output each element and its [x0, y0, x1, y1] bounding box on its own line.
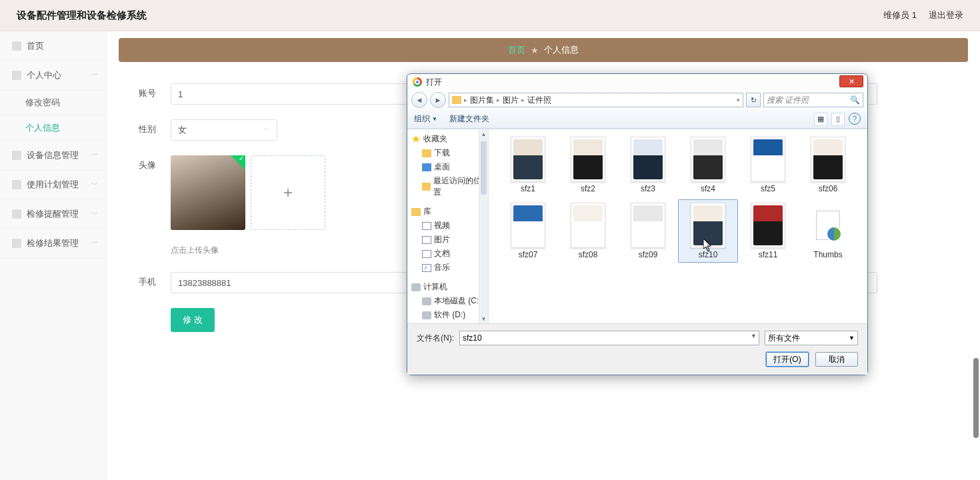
photo-thumbnail [691, 203, 725, 248]
nav-label: 首页 [27, 40, 44, 52]
file-item[interactable]: sfz10 [678, 199, 738, 263]
nav-maintain-result[interactable]: 检修结果管理 ﹀ [0, 229, 106, 258]
scroll-up-icon[interactable]: ▲ [479, 129, 488, 139]
scroll-thumb[interactable] [481, 141, 487, 195]
avatar-upload-button[interactable]: + [251, 155, 325, 230]
grid-icon: ▦ [817, 115, 824, 123]
tree-music[interactable]: 音乐 [409, 261, 487, 275]
nav-label: 使用计划管理 [27, 179, 79, 191]
tree-desktop[interactable]: 桌面 [409, 160, 487, 174]
refresh-button[interactable]: ↻ [746, 93, 761, 107]
folder-tree[interactable]: 收藏夹 下载 桌面 最近访问的位置 库 视频 图片 文档 音乐 计算机 本地磁盘… [407, 129, 489, 323]
cancel-button[interactable]: 取消 [815, 352, 858, 367]
tree-scrollbar[interactable]: ▲ ▼ [479, 129, 488, 323]
tree-library[interactable]: 库 [409, 205, 487, 219]
file-item[interactable]: sfz06 [798, 133, 858, 197]
tree-documents[interactable]: 文档 [409, 247, 487, 261]
help-button[interactable]: ? [849, 113, 861, 125]
dialog-titlebar[interactable]: 打开 ✕ [407, 74, 867, 90]
chevron-down-icon: ﹀ [91, 180, 98, 189]
photo-thumbnail [511, 137, 545, 182]
music-icon [422, 264, 431, 272]
library-icon [411, 208, 421, 216]
nav-maintain-remind[interactable]: 检修提醒管理 ﹀ [0, 199, 106, 229]
path-bar[interactable]: ▸ 图片集 ▸ 图片 ▸ 证件照 ▾ [449, 93, 743, 107]
logout-link[interactable]: 退出登录 [929, 9, 963, 21]
filetype-select[interactable]: 所有文件 ▼ [765, 331, 858, 345]
organize-menu[interactable]: 组织 ▼ [414, 113, 437, 125]
tree-pictures[interactable]: 图片 [409, 233, 487, 247]
open-button[interactable]: 打开(O) [766, 352, 809, 367]
arrow-left-icon: ◄ [416, 96, 423, 104]
dialog-toolbar: 组织 ▼ 新建文件夹 ▦ ▯ ? [407, 110, 867, 129]
view-mode-button[interactable]: ▦ [814, 113, 827, 126]
tree-downloads[interactable]: 下载 [409, 146, 487, 160]
new-folder-button[interactable]: 新建文件夹 [449, 113, 489, 125]
preview-pane-button[interactable]: ▯ [831, 113, 845, 126]
file-item[interactable]: sfz08 [558, 199, 618, 263]
gender-select[interactable]: 女 ﹀ [171, 119, 277, 141]
back-button[interactable]: ◄ [411, 92, 427, 108]
disk-icon [422, 297, 431, 305]
tree-recent[interactable]: 最近访问的位置 [409, 174, 487, 199]
breadcrumb-home[interactable]: 首页 [508, 44, 525, 56]
chevron-down-icon: ▼ [432, 116, 437, 122]
nav-label: 设备信息管理 [27, 149, 79, 161]
filename-input[interactable] [459, 331, 759, 345]
chevron-down-icon: ﹀ [91, 239, 98, 248]
file-item[interactable]: sfz11 [738, 199, 798, 263]
current-user[interactable]: 维修员 1 [883, 9, 917, 21]
page-scrollbar[interactable] [971, 31, 979, 480]
chevron-down-icon: ﹀ [91, 71, 98, 80]
search-input[interactable]: 搜索 证件照 🔍 [763, 93, 863, 107]
file-item[interactable]: sfz09 [618, 199, 678, 263]
dialog-body: 收藏夹 下载 桌面 最近访问的位置 库 视频 图片 文档 音乐 计算机 本地磁盘… [407, 129, 867, 323]
sidebar: 首页 个人中心 ﹀ 修改密码 个人信息 设备信息管理 ﹀ 使用计划管理 ﹀ 检修… [0, 31, 107, 480]
computer-icon [411, 283, 421, 291]
documents-icon [422, 250, 431, 258]
chevron-down-icon: ﹀ [91, 151, 98, 160]
search-icon: 🔍 [850, 95, 860, 105]
chevron-down-icon[interactable]: ▾ [737, 97, 740, 103]
account-label: 账号 [139, 83, 171, 99]
file-item[interactable]: sfz2 [558, 133, 618, 197]
photo-thumbnail [631, 203, 665, 248]
close-button[interactable]: ✕ [839, 75, 863, 87]
pictures-icon [422, 236, 431, 244]
tree-disk-d[interactable]: 软件 (D:) [409, 308, 487, 322]
nav-change-password[interactable]: 修改密码 [0, 90, 106, 115]
file-item[interactable]: sfz3 [618, 133, 678, 197]
dialog-footer: 文件名(N): ▼ 所有文件 ▼ 打开(O) 取消 [407, 323, 867, 375]
path-seg[interactable]: 图片集 [470, 95, 494, 106]
nav-label: 检修结果管理 [27, 237, 79, 249]
plus-icon: + [283, 183, 293, 202]
path-seg[interactable]: 证件照 [527, 95, 551, 106]
file-name: sfz08 [579, 250, 598, 259]
tree-computer[interactable]: 计算机 [409, 280, 487, 294]
chevron-down-icon[interactable]: ▼ [751, 333, 757, 339]
forward-button[interactable]: ► [430, 92, 446, 108]
nav-usage-plan[interactable]: 使用计划管理 ﹀ [0, 170, 106, 199]
file-item[interactable]: sfz5 [738, 133, 798, 197]
avatar-preview[interactable] [171, 155, 245, 230]
file-item[interactable]: sfz4 [678, 133, 738, 197]
tree-disk-c[interactable]: 本地磁盘 (C:) [409, 294, 487, 308]
filename-label: 文件名(N): [417, 333, 454, 344]
scroll-thumb[interactable] [973, 358, 979, 438]
submit-button[interactable]: 修 改 [171, 308, 215, 332]
nav-personal-center[interactable]: 个人中心 ﹀ [0, 61, 106, 90]
file-item[interactable]: sfz1 [498, 133, 558, 197]
help-icon: ? [853, 115, 857, 123]
tree-video[interactable]: 视频 [409, 219, 487, 233]
file-name: sfz2 [581, 184, 595, 193]
photo-thumbnail [571, 203, 605, 248]
nav-device-info[interactable]: 设备信息管理 ﹀ [0, 141, 106, 170]
file-item[interactable]: Thumbs [798, 199, 858, 263]
tree-favorites[interactable]: 收藏夹 [409, 132, 487, 146]
path-seg[interactable]: 图片 [503, 95, 519, 106]
file-name: sfz1 [521, 184, 535, 193]
nav-home[interactable]: 首页 [0, 31, 106, 61]
file-item[interactable]: sfz07 [498, 199, 558, 263]
nav-profile[interactable]: 个人信息 [0, 115, 106, 141]
scroll-down-icon[interactable]: ▼ [479, 314, 488, 323]
